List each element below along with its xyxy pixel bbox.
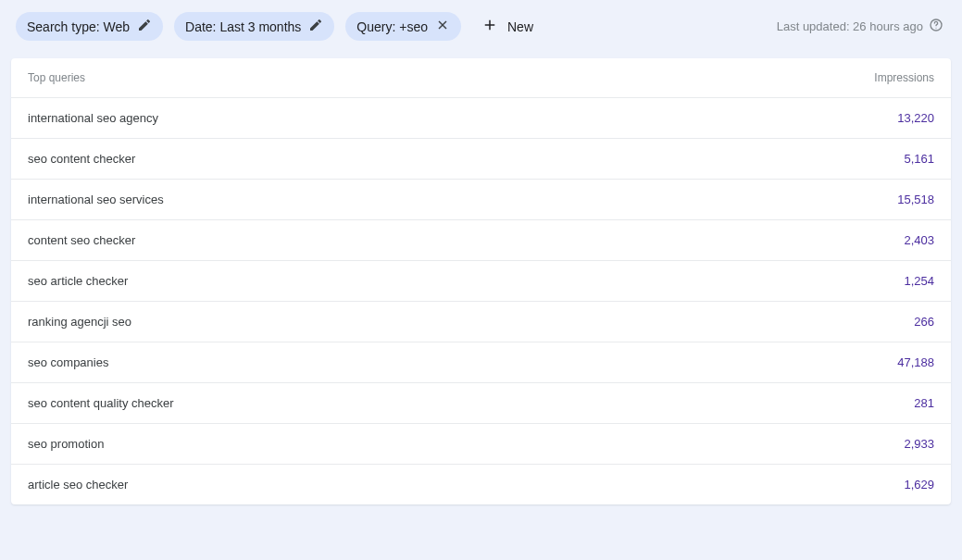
query-cell[interactable]: seo content checker	[28, 152, 823, 166]
table-row[interactable]: seo content checker5,161	[11, 139, 951, 180]
filter-chip-label: Query: +seo	[356, 19, 428, 34]
column-header-query[interactable]: Top queries	[28, 71, 823, 84]
filter-bar: Search type: Web Date: Last 3 months Que…	[0, 0, 962, 58]
svg-point-5	[935, 28, 936, 29]
query-cell[interactable]: article seo checker	[28, 478, 823, 492]
column-header-impressions[interactable]: Impressions	[823, 71, 934, 84]
query-cell[interactable]: ranking agencji seo	[28, 315, 823, 329]
query-cell[interactable]: seo companies	[28, 355, 823, 369]
query-cell[interactable]: seo article checker	[28, 274, 823, 288]
impressions-cell: 2,933	[823, 437, 934, 451]
table-row[interactable]: content seo checker2,403	[11, 220, 951, 261]
last-updated-text: Last updated: 26 hours ago	[777, 19, 923, 33]
last-updated: Last updated: 26 hours ago	[777, 18, 943, 35]
impressions-cell: 13,220	[823, 111, 934, 125]
filter-chip-search-type[interactable]: Search type: Web	[16, 12, 163, 41]
filter-chip-label: Search type: Web	[27, 19, 130, 34]
pencil-icon	[308, 18, 323, 35]
table-row[interactable]: seo article checker1,254	[11, 261, 951, 302]
impressions-cell: 5,161	[823, 152, 934, 166]
add-filter-button[interactable]: New	[472, 11, 543, 42]
query-cell[interactable]: international seo agency	[28, 111, 823, 125]
impressions-cell: 1,254	[823, 274, 934, 288]
queries-table: Top queries Impressions international se…	[11, 58, 951, 504]
query-cell[interactable]: international seo services	[28, 193, 823, 206]
table-row[interactable]: seo content quality checker281	[11, 383, 951, 424]
table-row[interactable]: seo companies47,188	[11, 342, 951, 383]
query-cell[interactable]: seo promotion	[28, 437, 823, 451]
table-row[interactable]: ranking agencji seo266	[11, 302, 951, 342]
impressions-cell: 1,629	[823, 478, 934, 492]
impressions-cell: 15,518	[823, 193, 934, 206]
help-icon[interactable]	[929, 18, 943, 35]
close-icon[interactable]	[435, 18, 450, 35]
query-cell[interactable]: seo content quality checker	[28, 396, 823, 410]
table-header-row: Top queries Impressions	[11, 58, 951, 98]
impressions-cell: 47,188	[823, 355, 934, 369]
table-row[interactable]: international seo agency13,220	[11, 98, 951, 139]
filter-chip-query[interactable]: Query: +seo	[345, 12, 461, 41]
table-row[interactable]: article seo checker1,629	[11, 465, 951, 504]
pencil-icon	[137, 18, 152, 35]
filter-chip-label: Date: Last 3 months	[185, 19, 301, 34]
table-row[interactable]: seo promotion2,933	[11, 424, 951, 465]
impressions-cell: 2,403	[823, 233, 934, 247]
table-row[interactable]: international seo services15,518	[11, 180, 951, 220]
add-filter-label: New	[507, 19, 533, 34]
impressions-cell: 281	[823, 396, 934, 410]
impressions-cell: 266	[823, 315, 934, 329]
query-cell[interactable]: content seo checker	[28, 233, 823, 247]
filter-chip-date[interactable]: Date: Last 3 months	[174, 12, 334, 41]
plus-icon	[481, 17, 498, 36]
